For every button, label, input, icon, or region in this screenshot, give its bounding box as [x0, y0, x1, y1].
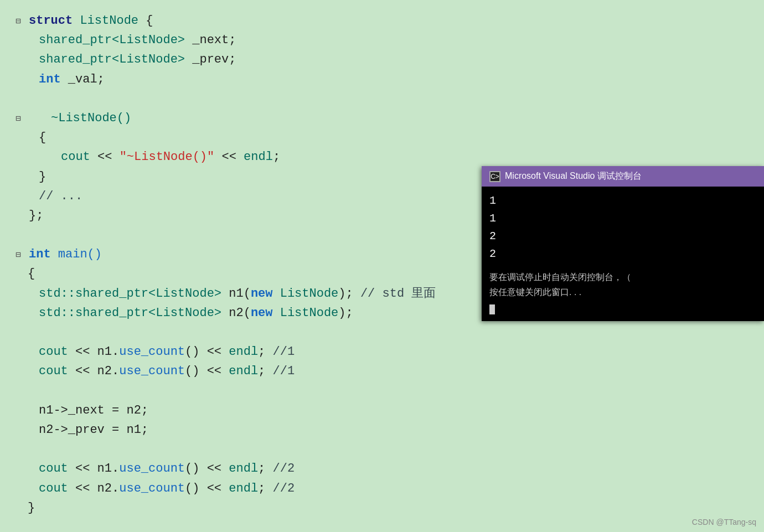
op4: << n2.	[68, 479, 119, 498]
fold-icon-struct[interactable]: ⊟	[16, 15, 27, 29]
struct-line: ⊟ struct ListNode {	[11, 11, 764, 30]
console-titlebar: C> Microsoft Visual Studio 调试控制台	[482, 166, 764, 187]
cout3: cout	[39, 459, 68, 478]
output-line-2: 1	[489, 210, 756, 228]
use-count4: use_count	[119, 479, 185, 498]
hint-line-2: 按任意键关闭此窗口. . .	[489, 285, 756, 299]
shift-op2: <<	[214, 147, 244, 167]
n1-var: n1(	[221, 284, 251, 303]
int-main-keyword: int	[29, 245, 51, 264]
endl4: endl	[229, 479, 258, 498]
semi5: ;	[258, 479, 272, 498]
shift-op1: <<	[90, 147, 120, 167]
uc3-rest: () <<	[185, 459, 229, 478]
comment-1b: //1	[273, 361, 295, 381]
field-val: int _val;	[11, 70, 764, 89]
dtor-cout: cout << "~ListNode()" << endl ;	[11, 147, 764, 167]
output-line-4: 2	[489, 245, 756, 263]
field-prev: shared_ptr<ListNode> _prev;	[11, 50, 764, 69]
shared-ptr-prev: shared_ptr<ListNode>	[39, 50, 185, 69]
uc1-rest: () <<	[185, 342, 229, 361]
n1-next-text: n1->_next = n2;	[39, 401, 148, 420]
struct-keyword: struct	[29, 11, 73, 30]
dtor-close-brace: }	[39, 167, 46, 187]
uc2-rest: () <<	[185, 361, 229, 381]
semi2: ;	[258, 342, 272, 361]
dtor-open-brace: {	[39, 128, 46, 147]
std-n2: std::shared_ptr<ListNode>	[39, 303, 221, 323]
fold-icon-dtor[interactable]: ⊟	[16, 112, 27, 127]
hint-section: 要在调试停止时自动关闭控制台，（ 按任意键关闭此窗口. . .	[489, 270, 756, 299]
use-count3: use_count	[119, 459, 185, 478]
destructor-line: ⊟ ~ListNode()	[11, 109, 764, 128]
main-fn: main()	[58, 245, 102, 264]
space-n2	[272, 303, 280, 323]
fold-icon-main[interactable]: ⊟	[16, 249, 27, 263]
int-keyword: int	[39, 70, 61, 89]
string-literal: "~ListNode()"	[120, 147, 215, 167]
code-editor: ⊟ struct ListNode { shared_ptr<ListNode>…	[0, 0, 764, 532]
endl1: endl	[229, 342, 258, 361]
prev-field: _prev;	[185, 50, 236, 69]
op1: << n1.	[68, 342, 119, 361]
cout-keyword: cout	[61, 147, 90, 167]
n2-var: n2(	[221, 303, 251, 323]
op3: << n1.	[68, 459, 119, 478]
struct-name: ListNode	[80, 11, 138, 30]
new-keyword-n2: new	[251, 303, 273, 323]
next-field: _next;	[185, 30, 236, 50]
watermark: CSDN @TTang-sq	[692, 518, 756, 526]
blank-line-3	[11, 323, 764, 342]
blank-line-1	[11, 89, 764, 109]
main-open-brace: {	[28, 264, 35, 283]
comment-1a: //1	[273, 342, 295, 361]
use-count1: use_count	[119, 342, 185, 361]
console-title: Microsoft Visual Studio 调试控制台	[505, 171, 642, 182]
console-window: C> Microsoft Visual Studio 调试控制台 1 1 2 2…	[482, 166, 764, 321]
val-field: _val;	[61, 70, 105, 89]
destructor-sig: ~ListNode()	[51, 109, 131, 128]
console-app-icon: C>	[489, 171, 500, 182]
n2-prev-text: n2->_prev = n1;	[39, 420, 148, 440]
listnode-n1: ListNode	[280, 284, 339, 303]
console-cursor	[489, 304, 495, 314]
n2-prev-assign: n2->_prev = n1;	[11, 420, 764, 440]
listnode-n2: ListNode	[280, 303, 339, 323]
op2: << n2.	[68, 361, 119, 381]
cout-n1-2: cout << n1. use_count () << endl ; //2	[11, 459, 764, 478]
n1-semi: );	[338, 284, 360, 303]
comment-text: // ...	[39, 187, 82, 206]
comment-2b: //2	[273, 479, 295, 498]
cout1: cout	[39, 342, 68, 361]
field-next: shared_ptr<ListNode> _next;	[11, 30, 764, 50]
console-body: 1 1 2 2 要在调试停止时自动关闭控制台，（ 按任意键关闭此窗口. . .	[482, 187, 764, 321]
comment-2a: //2	[273, 459, 295, 478]
endl-keyword: endl	[244, 147, 273, 167]
output-line-3: 2	[489, 228, 756, 245]
endl3: endl	[229, 459, 258, 478]
struct-close-text: };	[29, 206, 43, 225]
uc4-rest: () <<	[185, 479, 229, 498]
use-count2: use_count	[119, 361, 185, 381]
cout4: cout	[39, 479, 68, 498]
new-keyword-n1: new	[251, 284, 273, 303]
space-n1	[272, 284, 280, 303]
blank-line-4	[11, 381, 764, 401]
cout-n2-1: cout << n2. use_count () << endl ; //1	[11, 361, 764, 381]
open-brace: {	[138, 11, 153, 30]
n1-next-assign: n1->_next = n2;	[11, 401, 764, 420]
cursor-line	[489, 303, 756, 316]
space1	[73, 11, 80, 30]
semicolon1: ;	[273, 147, 280, 167]
std-n1: std::shared_ptr<ListNode>	[39, 284, 221, 303]
cout-n1-1: cout << n1. use_count () << endl ; //1	[11, 342, 764, 361]
semi4: ;	[258, 459, 272, 478]
cout2: cout	[39, 361, 68, 381]
n2-semi: );	[338, 303, 353, 323]
blank-line-5	[11, 440, 764, 459]
shared-ptr-next: shared_ptr<ListNode>	[39, 30, 185, 50]
n1-comment: // std 里面	[360, 284, 436, 303]
cout-n2-2: cout << n2. use_count () << endl ; //2	[11, 479, 764, 498]
space-main	[51, 245, 58, 264]
output-line-1: 1	[489, 192, 756, 210]
